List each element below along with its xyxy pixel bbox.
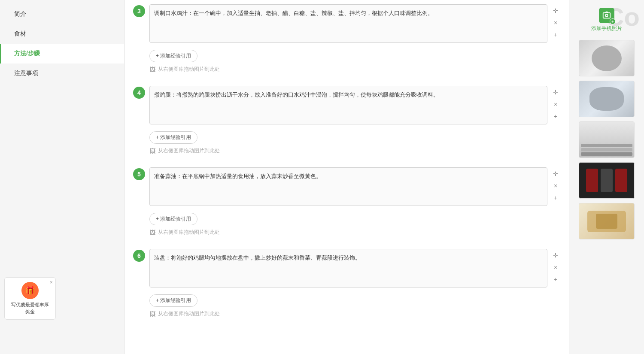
step-5-content: ✛ × + [149, 167, 560, 206]
step-6-controls: ✛ × + [551, 249, 560, 284]
step-4-upload-label: 从右侧图库拖动图片到此处 [158, 147, 220, 154]
thumbnail-2[interactable] [579, 81, 635, 117]
step-5-controls: ✛ × + [551, 167, 560, 203]
step-3-move-btn[interactable]: ✛ [551, 6, 560, 15]
step-3-number: 3 [133, 5, 145, 17]
step-3-upload-area[interactable]: 🖼 从右侧图库拖动图片到此处 [149, 66, 560, 73]
step-4-add-exp-btn[interactable]: + 添加经验引用 [149, 131, 197, 144]
step-6-upload-area[interactable]: 🖼 从右侧图库拖动图片到此处 [149, 310, 560, 318]
step-4-move-btn[interactable]: ✛ [551, 88, 560, 97]
add-photo-plus-icon: + [610, 18, 616, 24]
step-5-textarea[interactable] [149, 167, 547, 206]
step-5-add-btn[interactable]: + [551, 193, 560, 203]
sidebar-item-method[interactable]: 方法/步骤 [0, 44, 124, 64]
award-close-button[interactable]: × [50, 279, 53, 285]
step-6-content: ✛ × + [149, 249, 560, 287]
step-5-header: 5 ✛ × + [133, 167, 560, 206]
step-3-delete-btn[interactable]: × [551, 18, 560, 27]
step-4-number: 4 [133, 87, 145, 99]
step-4-controls: ✛ × + [551, 86, 560, 121]
award-icon: 🎁 [21, 282, 39, 299]
step-4-upload-area[interactable]: 🖼 从右侧图库拖动图片到此处 [149, 147, 560, 154]
main-content: 3 ✛ × + + 添加经验引用 🖼 从右侧图库拖动图片到此处 4 ✛ [125, 0, 569, 354]
step-6-textarea[interactable] [149, 249, 547, 287]
step-4-delete-btn[interactable]: × [551, 100, 560, 109]
sidebar-item-ingredients[interactable]: 食材 [0, 24, 124, 44]
svg-point-1 [605, 14, 608, 17]
step-6-add-exp-btn[interactable]: + 添加经验引用 [149, 294, 197, 307]
thumbnail-4[interactable] [579, 162, 635, 199]
step-3-upload-label: 从右侧图库拖动图片到此处 [158, 66, 220, 73]
step-3-add-exp-btn[interactable]: + 添加经验引用 [149, 50, 197, 62]
step-6-upload-label: 从右侧图库拖动图片到此处 [158, 310, 220, 318]
step-5-block: 5 ✛ × + + 添加经验引用 🖼 从右侧图库拖动图片到此处 [133, 167, 560, 236]
step-6-header: 6 ✛ × + [133, 249, 560, 287]
step-5-add-exp-btn[interactable]: + 添加经验引用 [149, 213, 197, 225]
step-3-block: 3 ✛ × + + 添加经验引用 🖼 从右侧图库拖动图片到此处 [133, 4, 560, 73]
thumbnail-5[interactable] [579, 203, 635, 239]
step-5-delete-btn[interactable]: × [551, 181, 560, 191]
step-6-add-btn[interactable]: + [551, 275, 560, 284]
step-6-block: 6 ✛ × + + 添加经验引用 🖼 从右侧图库拖动图片到此处 [133, 249, 560, 318]
svg-rect-0 [603, 13, 611, 18]
thumbnail-1[interactable] [579, 40, 635, 76]
step-4-header: 4 ✛ × + [133, 86, 560, 124]
step-3-controls: ✛ × + [551, 4, 560, 39]
right-panel: Co + 添加手机照片 [569, 0, 644, 354]
step-5-upload-area[interactable]: 🖼 从右侧图库拖动图片到此处 [149, 229, 560, 236]
award-banner: × 🎁 写优质最爱领丰厚奖金 [4, 277, 56, 320]
step-6-delete-btn[interactable]: × [551, 263, 560, 272]
step-5-number: 5 [133, 168, 145, 180]
step-5-upload-icon: 🖼 [149, 229, 155, 236]
award-text: 写优质最爱领丰厚奖金 [9, 302, 51, 315]
step-6-move-btn[interactable]: ✛ [551, 251, 560, 260]
step-6-number: 6 [133, 250, 145, 262]
step-3-content: ✛ × + [149, 4, 560, 43]
sidebar: 简介 食材 方法/步骤 注意事项 × 🎁 写优质最爱领丰厚奖金 [0, 0, 125, 354]
step-3-add-btn[interactable]: + [551, 30, 560, 39]
step-3-textarea[interactable] [149, 4, 547, 43]
step-4-block: 4 ✛ × + + 添加经验引用 🖼 从右侧图库拖动图片到此处 [133, 86, 560, 154]
step-4-upload-icon: 🖼 [149, 148, 155, 154]
sidebar-item-notes[interactable]: 注意事项 [0, 64, 124, 83]
step-4-add-btn[interactable]: + [551, 112, 560, 121]
step-3-header: 3 ✛ × + [133, 4, 560, 43]
thumbnail-3[interactable] [579, 121, 635, 158]
add-photo-icon: + [599, 8, 614, 23]
step-4-content: ✛ × + [149, 86, 560, 124]
step-4-textarea[interactable] [149, 86, 547, 124]
step-6-upload-icon: 🖼 [149, 311, 155, 318]
step-3-upload-icon: 🖼 [149, 66, 155, 73]
step-5-upload-label: 从右侧图库拖动图片到此处 [158, 229, 220, 236]
step-5-move-btn[interactable]: ✛ [551, 169, 560, 179]
sidebar-item-intro[interactable]: 简介 [0, 4, 124, 24]
